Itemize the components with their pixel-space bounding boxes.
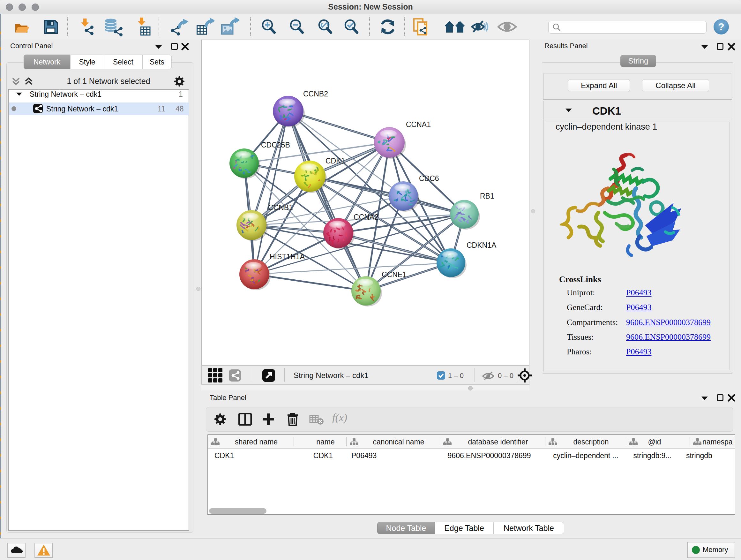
svg-text:CDC25B: CDC25B <box>261 141 290 149</box>
svg-text:CCNB2: CCNB2 <box>303 90 328 98</box>
svg-text:CCNE1: CCNE1 <box>382 270 407 279</box>
svg-text:CDK1: CDK1 <box>326 157 345 165</box>
svg-text:?: ? <box>718 21 724 33</box>
svg-text:HIST1H1A: HIST1H1A <box>270 253 305 261</box>
svg-text:RB1: RB1 <box>480 192 494 200</box>
svg-text:CCNA2: CCNA2 <box>354 213 379 221</box>
svg-text:CCNA1: CCNA1 <box>406 120 431 129</box>
svg-text:CDC6: CDC6 <box>419 174 439 183</box>
svg-text:CDKN1A: CDKN1A <box>467 241 496 249</box>
svg-text:CCNB1: CCNB1 <box>268 203 293 212</box>
